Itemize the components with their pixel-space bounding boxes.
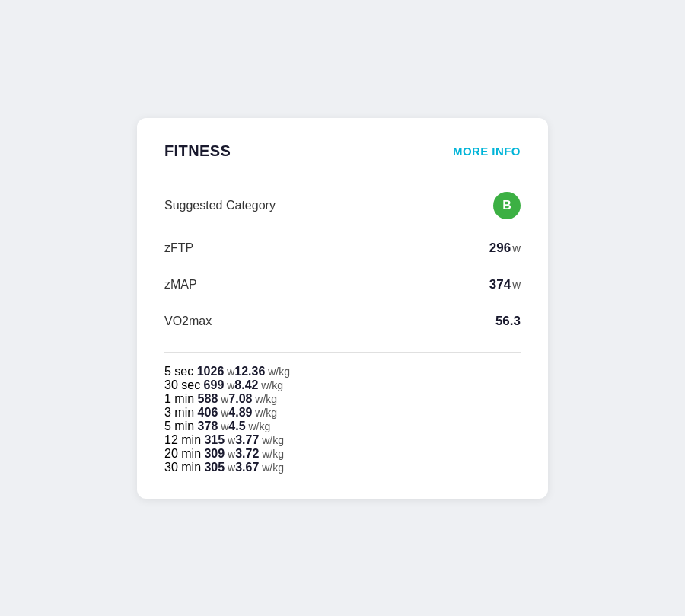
- card-header: FITNESS MORE INFO: [164, 142, 521, 160]
- zftp-val: 296: [489, 241, 511, 256]
- fitness-card: FITNESS MORE INFO Suggested Category B z…: [137, 118, 548, 499]
- card-title: FITNESS: [164, 142, 231, 160]
- zmap-row: zMAP 374 w: [164, 267, 521, 303]
- suggested-category-label: Suggested Category: [164, 199, 276, 212]
- vo2max-label: VO2max: [164, 314, 212, 328]
- zmap-value: 374 w: [489, 277, 521, 292]
- peak-row-5: 12 min 315 w 3.77 w/kg: [164, 433, 521, 447]
- peak-row-0: 5 sec 1026 w 12.36 w/kg: [164, 365, 521, 378]
- category-badge: B: [493, 192, 521, 219]
- vo2max-val: 56.3: [495, 314, 521, 329]
- vo2max-value: 56.3: [495, 314, 521, 329]
- peak-power-section: 5 sec 1026 w 12.36 w/kg 30 sec 699 w 8.4…: [164, 365, 521, 474]
- section-divider: [164, 352, 521, 353]
- peak-row-1: 30 sec 699 w 8.42 w/kg: [164, 378, 521, 392]
- zftp-value: 296 w: [489, 241, 521, 256]
- zftp-unit: w: [512, 241, 521, 254]
- peak-row-7: 30 min 305 w 3.67 w/kg: [164, 461, 521, 474]
- peak-row-6: 20 min 309 w 3.72 w/kg: [164, 447, 521, 461]
- peak-row-3: 3 min 406 w 4.89 w/kg: [164, 406, 521, 420]
- zmap-val: 374: [489, 277, 511, 292]
- more-info-link[interactable]: MORE INFO: [453, 145, 521, 158]
- zmap-unit: w: [512, 278, 521, 291]
- suggested-category-row: Suggested Category B: [164, 181, 521, 230]
- zftp-label: zFTP: [164, 241, 193, 255]
- vo2max-row: VO2max 56.3: [164, 303, 521, 340]
- peak-row-2: 1 min 588 w 7.08 w/kg: [164, 392, 521, 406]
- zmap-label: zMAP: [164, 278, 197, 292]
- zftp-row: zFTP 296 w: [164, 230, 521, 267]
- peak-row-4: 5 min 378 w 4.5 w/kg: [164, 420, 521, 433]
